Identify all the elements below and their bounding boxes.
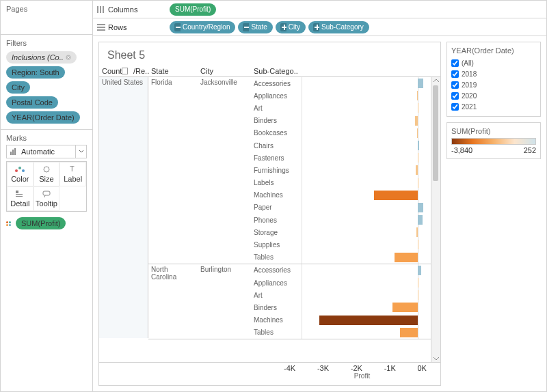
pages-label: Pages bbox=[6, 5, 87, 13]
svg-point-5 bbox=[18, 167, 21, 169]
year-checkbox[interactable]: (All) bbox=[451, 57, 536, 68]
bar[interactable] bbox=[418, 103, 418, 113]
data-row: Art bbox=[251, 102, 431, 114]
mark-pill-sum-profit[interactable]: SUM(Profit) bbox=[16, 217, 66, 229]
data-row: Paper bbox=[251, 201, 431, 214]
year-checkbox[interactable]: 2018 bbox=[451, 68, 536, 79]
shelf-pill[interactable]: SUM(Profit) bbox=[170, 3, 216, 16]
bar-icon bbox=[10, 148, 18, 155]
svg-rect-15 bbox=[103, 6, 104, 13]
close-icon[interactable] bbox=[66, 55, 71, 60]
data-row: Tables bbox=[251, 251, 431, 264]
bar[interactable] bbox=[416, 227, 418, 237]
data-row: Bookcases bbox=[251, 127, 431, 139]
bar[interactable] bbox=[395, 253, 418, 262]
data-row: Binders bbox=[251, 301, 431, 313]
svg-rect-3 bbox=[14, 148, 16, 155]
filter-pill[interactable]: Inclusions (Co.. bbox=[6, 51, 77, 64]
header-row: Count /Re.. State City Sub-Catego.. bbox=[99, 66, 440, 77]
svg-rect-12 bbox=[43, 191, 50, 195]
bar[interactable] bbox=[400, 328, 418, 337]
sort-icon[interactable] bbox=[122, 68, 128, 74]
mark-size[interactable]: Size bbox=[34, 162, 60, 186]
svg-rect-1 bbox=[10, 152, 12, 155]
marks-label: Marks bbox=[6, 134, 87, 142]
filter-pill[interactable]: Region: South bbox=[6, 66, 65, 79]
svg-rect-28 bbox=[315, 27, 319, 28]
data-row: Storage bbox=[251, 226, 431, 238]
shelf-pill[interactable]: Country/Region bbox=[170, 21, 235, 33]
data-row: Furnishings bbox=[251, 164, 431, 176]
shelf-pill[interactable]: City bbox=[276, 21, 306, 33]
bar[interactable] bbox=[418, 203, 423, 212]
data-row: Appliances bbox=[251, 277, 431, 289]
scroll-down-icon[interactable] bbox=[431, 355, 440, 362]
bar[interactable] bbox=[417, 91, 418, 100]
data-row: Machines bbox=[251, 314, 431, 326]
state-cell: NorthCarolina bbox=[148, 264, 198, 339]
bar[interactable] bbox=[392, 303, 418, 312]
data-row: Tables bbox=[251, 326, 431, 339]
mark-detail[interactable]: Detail bbox=[7, 186, 34, 211]
svg-rect-9 bbox=[16, 191, 18, 193]
mark-color[interactable]: Color bbox=[7, 162, 34, 186]
data-row: Machines bbox=[251, 189, 431, 201]
shelf-pill[interactable]: State bbox=[238, 21, 272, 33]
filter-pill[interactable]: Postal Code bbox=[6, 96, 58, 109]
filter-pill[interactable]: City bbox=[6, 81, 30, 94]
mark-tooltip[interactable]: Tooltip bbox=[34, 186, 60, 211]
bar[interactable] bbox=[418, 215, 423, 225]
bar[interactable] bbox=[415, 116, 418, 126]
year-filter-title: YEAR(Order Date) bbox=[451, 46, 536, 55]
svg-rect-10 bbox=[16, 194, 23, 195]
data-row: Art bbox=[251, 289, 431, 301]
tick-label: -2K bbox=[351, 364, 362, 372]
data-row: Fasteners bbox=[251, 152, 431, 164]
tick-label: -1K bbox=[384, 364, 396, 372]
year-checkbox[interactable]: 2021 bbox=[451, 101, 536, 112]
rows-shelf-label: Rows bbox=[97, 23, 165, 31]
bar[interactable] bbox=[418, 290, 418, 300]
scroll-up-icon[interactable] bbox=[431, 77, 440, 84]
data-row: Labels bbox=[251, 177, 431, 189]
mark-label[interactable]: TLabel bbox=[59, 162, 86, 186]
filters-label: Filters bbox=[6, 39, 87, 47]
bar[interactable] bbox=[418, 278, 418, 288]
svg-rect-25 bbox=[282, 27, 286, 28]
bar[interactable] bbox=[374, 191, 418, 200]
data-row: Accessories bbox=[251, 77, 431, 89]
bar[interactable] bbox=[418, 178, 418, 188]
bar[interactable] bbox=[418, 141, 419, 150]
mark-type-dropdown[interactable]: Automatic bbox=[6, 145, 87, 158]
bar[interactable] bbox=[418, 240, 418, 249]
bar[interactable] bbox=[418, 79, 423, 88]
shelf-pill[interactable]: Sub-Category bbox=[308, 21, 369, 33]
rows-icon bbox=[97, 24, 105, 31]
columns-icon bbox=[97, 6, 105, 13]
color-legend-title: SUM(Profit) bbox=[451, 127, 536, 135]
svg-rect-2 bbox=[12, 150, 14, 155]
svg-point-4 bbox=[15, 169, 18, 172]
filter-pill[interactable]: YEAR(Order Date) bbox=[6, 111, 80, 124]
year-checkbox[interactable]: 2019 bbox=[451, 79, 536, 90]
bar[interactable] bbox=[417, 128, 418, 138]
color-dots-icon bbox=[6, 221, 13, 226]
svg-text:T: T bbox=[70, 165, 75, 173]
country-header[interactable]: United States bbox=[99, 77, 148, 338]
state-cell: Florida bbox=[148, 77, 198, 264]
data-row: Appliances bbox=[251, 89, 431, 102]
x-axis-label: Profit bbox=[284, 372, 440, 380]
color-gradient bbox=[451, 138, 536, 145]
data-row: Phones bbox=[251, 214, 431, 226]
bar[interactable] bbox=[418, 153, 418, 163]
svg-rect-16 bbox=[97, 24, 105, 25]
tick-label: -4K bbox=[284, 364, 295, 372]
svg-point-7 bbox=[44, 167, 49, 172]
bar[interactable] bbox=[319, 316, 418, 325]
bar[interactable] bbox=[416, 165, 418, 175]
bar[interactable] bbox=[418, 266, 421, 275]
year-checkbox[interactable]: 2020 bbox=[451, 90, 536, 101]
scrollbar[interactable] bbox=[431, 77, 440, 362]
svg-rect-20 bbox=[176, 27, 181, 28]
data-row: Accessories bbox=[251, 264, 431, 277]
